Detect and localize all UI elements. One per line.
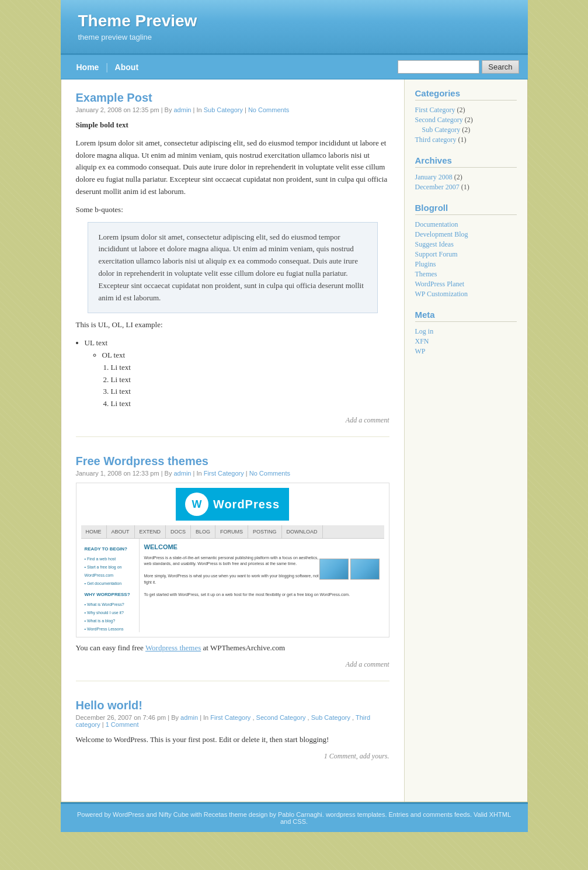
post-hello-world: Hello world! December 26, 2007 on 7:46 p…	[76, 699, 389, 772]
post-paragraph-0: Lorem ipsum dolor sit amet, consectetur …	[76, 137, 389, 198]
wp-themes-row	[319, 559, 380, 580]
post-content-1: W WordPress HOME ABOUT EXTEND DOCS BLOG …	[76, 483, 389, 654]
site-title: Theme Preview	[78, 12, 510, 30]
blogroll-link-6[interactable]: WordPress Planet	[415, 280, 465, 288]
wp-tab-extend[interactable]: EXTEND	[135, 525, 166, 538]
wp-logo-text: WordPress	[213, 495, 280, 514]
blogroll-link-5[interactable]: Themes	[415, 270, 437, 278]
wp-why-item-4: • WordPress Lessons	[85, 625, 135, 633]
main-wrapper: Example Post January 2, 2008 on 12:35 pm…	[61, 79, 528, 802]
category-item-3: Third category (1)	[415, 135, 517, 145]
wp-why-item-1: • What is WordPress?	[85, 601, 135, 609]
post-comments-count-2[interactable]: 1 Comment	[106, 721, 139, 728]
bquotes-label: Some b-quotes:	[76, 204, 389, 216]
category-link-0[interactable]: First Category	[415, 106, 455, 114]
wp-logo-bar: W WordPress	[176, 488, 289, 521]
meta-title: Meta	[415, 310, 517, 322]
post-comments-0[interactable]: No Comments	[248, 106, 289, 113]
ol-list: Li text Li text Li text Li text	[111, 362, 389, 410]
post-cat-sub[interactable]: Sub Category	[311, 714, 350, 721]
wp-ready-item-2: • Start a free blog on WordPress.com	[85, 563, 135, 580]
category-item-0: First Category (2)	[415, 105, 517, 115]
wordpress-themes-link[interactable]: Wordpress themes	[145, 643, 201, 652]
widget-meta: Meta Log in XFN WP	[415, 310, 517, 356]
blogroll-item-0: Documentation	[415, 220, 517, 230]
site-nav: Home | About Search	[61, 55, 528, 79]
wp-right-column: WELCOME WordPress is a state-of-the-art …	[140, 539, 384, 632]
wp-why-item-3: • What is a blog?	[85, 617, 135, 625]
post-title-1[interactable]: Free Wordpress themes	[76, 455, 209, 467]
add-comment-1[interactable]: Add a comment	[76, 660, 389, 669]
category-link-2[interactable]: Sub Category	[422, 126, 461, 134]
post-author-2[interactable]: admin	[180, 714, 198, 721]
outer-wrapper: Theme Preview theme preview tagline Home…	[61, 0, 528, 832]
archives-list: January 2008 (2) December 2007 (1)	[415, 172, 517, 192]
blogroll-link-2[interactable]: Suggest Ideas	[415, 240, 454, 248]
list-item: Li text	[111, 374, 389, 386]
sidebar: Categories First Category (2) Second Cat…	[405, 79, 527, 802]
wp-tab-posting[interactable]: POSTING	[248, 525, 282, 538]
meta-link-1[interactable]: XFN	[415, 337, 429, 345]
site-tagline: theme preview tagline	[78, 33, 510, 41]
post-author-1[interactable]: admin	[173, 470, 191, 477]
wp-why-item-2: • Why should I use it?	[85, 609, 135, 617]
archive-link-0[interactable]: January 2008	[415, 173, 453, 181]
search-input[interactable]	[398, 60, 479, 74]
blogroll-item-5: Themes	[415, 269, 517, 279]
categories-title: Categories	[415, 88, 517, 100]
content-area: Example Post January 2, 2008 on 12:35 pm…	[61, 79, 405, 802]
archive-item-0: January 2008 (2)	[415, 172, 517, 182]
wp-tab-blog[interactable]: BLOG	[191, 525, 215, 538]
nav-about[interactable]: About	[108, 63, 145, 72]
post-content-text-1: You can easy find free Wordpress themes …	[76, 642, 389, 654]
blogroll-link-4[interactable]: Plugins	[415, 260, 436, 268]
post-category-1[interactable]: First Category	[204, 470, 244, 477]
post-comments-1[interactable]: No Comments	[249, 470, 290, 477]
category-item-2: Sub Category (2)	[415, 125, 517, 135]
wp-tab-forums[interactable]: FORUMS	[215, 525, 248, 538]
post-category-0[interactable]: Sub Category	[204, 106, 243, 113]
post-cat-second[interactable]: Second Category	[256, 714, 306, 721]
nav-search: Search	[398, 60, 519, 74]
post-meta-1: January 1, 2008 on 12:33 pm | By admin |…	[76, 470, 389, 477]
meta-link-2[interactable]: WP	[415, 347, 426, 355]
meta-item-0: Log in	[415, 327, 517, 337]
category-link-3[interactable]: Third category	[415, 136, 457, 144]
blogroll-link-0[interactable]: Documentation	[415, 220, 458, 228]
post-title-example[interactable]: Example Post	[76, 91, 152, 104]
category-link-1[interactable]: Second Category	[415, 116, 463, 124]
wp-theme-thumb-2	[350, 559, 380, 580]
post-example: Example Post January 2, 2008 on 12:35 pm…	[76, 91, 389, 437]
add-comment-0[interactable]: Add a comment	[76, 416, 389, 425]
post-author-0[interactable]: admin	[173, 106, 191, 113]
wp-welcome-heading: WELCOME	[144, 542, 380, 553]
meta-link-0[interactable]: Log in	[415, 327, 434, 335]
blogroll-link-1[interactable]: Development Blog	[415, 230, 468, 238]
list-item: Li text	[111, 362, 389, 374]
wp-left-column: READY TO BEGIN? • Find a web host • Star…	[81, 539, 140, 632]
list-label: This is UL, OL, LI example:	[76, 319, 389, 331]
wp-ready-item-1: • Find a web host	[85, 555, 135, 563]
comment-link-2[interactable]: 1 Comment, add yours.	[76, 752, 389, 761]
widget-blogroll: Blogroll Documentation Development Blog …	[415, 203, 517, 299]
blogroll-link-7[interactable]: WP Customization	[415, 290, 468, 298]
archive-link-1[interactable]: December 2007	[415, 183, 460, 191]
post-content-example: Simple bold text Lorem ipsum dolor sit a…	[76, 119, 389, 410]
meta-list: Log in XFN WP	[415, 327, 517, 356]
ul-item: UL text OL text Li text Li text Li text …	[85, 337, 389, 410]
bold-line: Simple bold text	[76, 120, 128, 129]
nav-home[interactable]: Home	[69, 63, 106, 72]
wp-logo-circle: W	[185, 493, 208, 516]
search-button[interactable]: Search	[482, 60, 519, 74]
wp-tab-docs[interactable]: DOCS	[166, 525, 191, 538]
widget-archives: Archives January 2008 (2) December 2007 …	[415, 155, 517, 192]
blogroll-link-3[interactable]: Support Forum	[415, 250, 458, 258]
post-title-2[interactable]: Hello world!	[76, 699, 142, 712]
wp-tab-about[interactable]: ABOUT	[107, 525, 135, 538]
wp-tab-home[interactable]: HOME	[81, 525, 107, 538]
blogroll-item-2: Suggest Ideas	[415, 240, 517, 249]
categories-list: First Category (2) Second Category (2) S…	[415, 105, 517, 145]
wp-tab-download[interactable]: DOWNLOAD	[282, 525, 323, 538]
list-item: Li text	[111, 386, 389, 398]
post-cat-first[interactable]: First Category	[210, 714, 250, 721]
